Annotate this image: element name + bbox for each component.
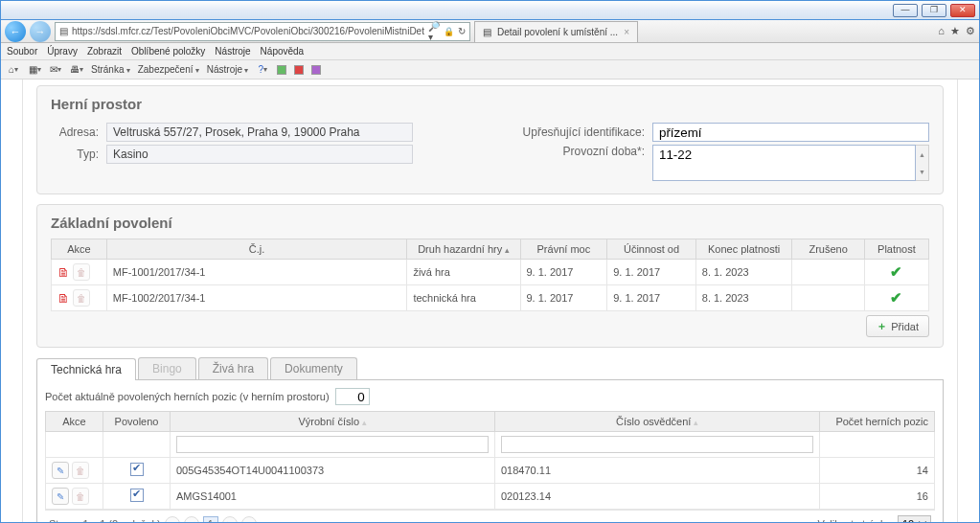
search-dropdown-icon[interactable]: 🔎 ▾ [428,21,440,42]
pdf-icon[interactable]: 🗎 [57,291,70,306]
cell-moc: 9. 1. 2017 [520,260,607,285]
identifikace-input[interactable] [652,123,929,142]
tcol-povoleno[interactable]: Povoleno [103,412,171,432]
col-platnost[interactable]: Platnost [864,239,928,260]
cmd-ext-3[interactable] [311,65,321,75]
adresa-field: Veltruská 557/27, Prosek, Praha 9, 19000… [106,123,413,142]
panel-herni-prostor: Herní prostor Adresa: Veltruská 557/27, … [36,85,944,194]
provozni-doba-spinner[interactable]: ▲▼ [916,145,929,181]
delete-icon[interactable]: 🗑 [73,263,90,281]
tab-technicka-hra[interactable]: Technická hra [36,358,136,380]
cell-ucin: 9. 1. 2017 [607,260,696,285]
pdf-icon[interactable]: 🗎 [57,265,70,280]
col-cj[interactable]: Č.j. [106,239,407,260]
col-moc[interactable]: Právní moc [520,239,607,260]
pager-current[interactable]: 1 [203,516,218,522]
tcol-osvedceni[interactable]: Číslo osvědčení [495,412,820,432]
window-maximize-button[interactable]: ❐ [922,4,946,17]
cmd-mail[interactable]: ✉ [49,63,62,77]
filter-vyrobni[interactable] [176,436,489,453]
tools-gear-icon[interactable]: ⚙ [966,25,975,37]
page-size-select[interactable]: 10 [898,515,931,522]
window-title-bar: — ❐ ✕ [1,1,979,20]
cmd-safety[interactable]: Zabezpečení [138,64,199,75]
cell-pozic: 14 [820,458,935,484]
cmd-ext-1[interactable] [277,65,286,75]
edit-icon[interactable]: ✎ [52,488,69,505]
refresh-icon[interactable]: ↻ [458,26,466,36]
delete-icon[interactable]: 🗑 [73,289,90,307]
cmd-tools[interactable]: Nástroje [207,64,248,75]
window-minimize-button[interactable]: — [893,4,918,17]
cell-osvedceni: 020123.14 [495,484,820,510]
cmd-feeds[interactable]: ▦ [28,63,41,77]
cmd-help[interactable]: ? [256,63,269,77]
tcol-akce: Akce [46,412,103,432]
provozni-doba-input[interactable] [652,145,916,181]
cmd-page[interactable]: Stránka [91,64,130,75]
menu-tools[interactable]: Nástroje [215,46,250,57]
tab-bingo[interactable]: Bingo [138,357,196,379]
browser-tab[interactable]: ▤ Detail povolení k umístění ... × [474,21,638,42]
cmd-ext-2[interactable] [294,65,304,75]
pager-first[interactable]: ⏮ [165,516,180,522]
browser-command-bar: ⌂ ▦ ✉ 🖶 Stránka Zabezpečení Nástroje ? [1,60,979,80]
col-druh[interactable]: Druh hazardní hry [407,239,520,260]
table-row: ✎🗑005G45354OT14U0041100373018470.1114 [46,458,935,484]
delete-icon[interactable]: 🗑 [72,488,89,505]
tab-panel-technicka-hra: Počet aktuálně povolených herních pozic … [36,379,944,522]
checkbox-on-icon [130,489,144,502]
nav-back-button[interactable]: ← [5,21,26,42]
tab-icon: ▤ [483,27,491,37]
cell-pozic: 16 [820,484,935,510]
cell-druh: živá hra [407,260,520,285]
cell-vyrobni: 005G45354OT14U0041100373 [171,458,495,484]
browser-menu-bar: Soubor Úpravy Zobrazit Oblíbené položky … [1,43,979,60]
menu-help[interactable]: Nápověda [261,46,305,57]
menu-view[interactable]: Zobrazit [87,46,122,57]
tab-title: Detail povolení k umístění ... [497,27,618,37]
edit-icon[interactable]: ✎ [52,462,69,479]
cmd-home[interactable]: ⌂ [7,63,20,77]
menu-file[interactable]: Soubor [7,46,37,57]
col-zruseno[interactable]: Zrušeno [792,239,865,260]
tab-close-icon[interactable]: × [624,27,629,37]
page-size-label: Velikost stránky: [818,518,894,522]
cell-konec: 8. 1. 2023 [695,285,792,311]
pager-last[interactable]: ⏭ [241,516,257,522]
url-text: https://sdsl.mfcr.cz/Test/PovoleniObciMV… [72,26,424,36]
detail-tabs: Technická hra Bingo Živá hra Dokumenty [36,357,944,379]
povoleni-table: Akce Č.j. Druh hazardní hry Právní moc Ú… [51,239,929,311]
pocet-pozic-value [335,388,370,405]
checkbox-on-icon [130,463,144,476]
check-icon: ✔ [890,289,902,306]
cell-osvedceni: 018470.11 [495,458,820,484]
table-row: 🗎🗑MF-1002/2017/34-1technická hra9. 1. 20… [52,285,929,311]
filter-osvedceni[interactable] [501,436,813,453]
tab-ziva-hra[interactable]: Živá hra [198,357,268,379]
cell-plat: ✔ [864,285,928,311]
cmd-print[interactable]: 🖶 [70,63,83,77]
tcol-pocet-pozic[interactable]: Počet herních pozic [820,412,935,432]
check-icon: ✔ [890,263,902,280]
address-bar[interactable]: ▤ https://sdsl.mfcr.cz/Test/PovoleniObci… [55,22,470,41]
col-konec[interactable]: Konec platnosti [695,239,792,260]
typ-label: Typ: [51,148,99,161]
pager-prev[interactable]: ◀ [184,516,199,522]
pager-next[interactable]: ▶ [222,516,238,522]
cell-druh: technická hra [407,285,520,311]
provozni-doba-label: Provozní doba*: [511,145,645,158]
favorites-icon[interactable]: ★ [950,25,960,37]
window-close-button[interactable]: ✕ [950,4,975,17]
tcol-vyrobni[interactable]: Výrobní číslo [171,412,495,432]
delete-icon[interactable]: 🗑 [72,462,89,479]
menu-favorites[interactable]: Oblíbené položky [131,46,205,57]
table-row: ✎🗑AMGS14001020123.1416 [46,484,935,510]
home-icon[interactable]: ⌂ [938,25,945,37]
nav-forward-button[interactable]: → [30,21,51,42]
page-icon: ▤ [59,26,68,36]
tab-dokumenty[interactable]: Dokumenty [270,357,357,379]
col-ucinnost[interactable]: Účinnost od [607,239,696,260]
pridat-button[interactable]: ＋Přidat [866,315,929,337]
menu-edit[interactable]: Úpravy [47,46,78,57]
